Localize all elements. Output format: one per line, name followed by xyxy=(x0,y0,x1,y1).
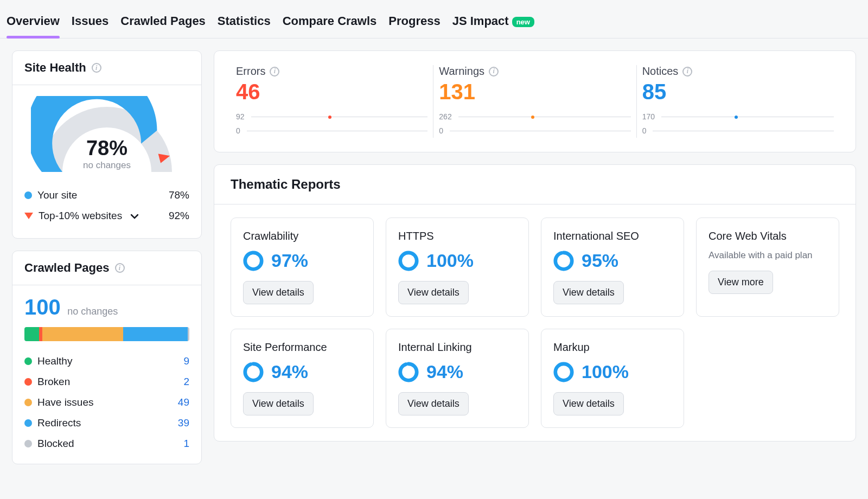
dot-icon xyxy=(24,399,32,406)
badge-new: new xyxy=(512,17,534,27)
crawled-bar xyxy=(24,327,189,341)
tab-issues[interactable]: Issues xyxy=(72,10,109,38)
svg-point-6 xyxy=(556,252,572,268)
tile-https: HTTPS 100% View details xyxy=(386,217,529,317)
bar-segment-healthy xyxy=(24,327,39,341)
tile-site-performance: Site Performance 94% View details xyxy=(231,329,374,428)
progress-ring-icon xyxy=(553,362,574,382)
status-row-have-issues[interactable]: Have issues49 xyxy=(24,392,189,413)
site-health-header: Site Health i xyxy=(12,51,201,85)
status-label: Redirects xyxy=(37,417,81,429)
status-row-blocked[interactable]: Blocked1 xyxy=(24,433,189,454)
tab-overview[interactable]: Overview xyxy=(7,10,60,38)
tabs-nav: OverviewIssuesCrawled PagesStatisticsCom… xyxy=(0,0,868,39)
crawled-status-list: Healthy9Broken2Have issues49Redirects39B… xyxy=(24,351,189,454)
crawled-pages-card: Crawled Pages i 100 no changes Healthy9B… xyxy=(12,251,202,464)
tile-title: Internal Linking xyxy=(398,341,516,354)
thematic-tiles: Crawlability 97% View detailsHTTPS 100% … xyxy=(214,204,856,441)
crawled-pages-title: Crawled Pages xyxy=(24,261,110,275)
progress-ring-icon xyxy=(398,362,419,382)
metric-sparkline: 92 0 xyxy=(236,110,427,138)
top10-value: 92% xyxy=(169,210,189,222)
dot-icon xyxy=(24,378,32,386)
site-health-title: Site Health xyxy=(24,61,86,75)
tile-markup: Markup 100% View details xyxy=(541,329,684,428)
svg-point-12 xyxy=(556,363,572,380)
legend-your-site: Your site 78% xyxy=(24,185,189,206)
progress-ring-icon xyxy=(243,362,264,382)
tab-progress[interactable]: Progress xyxy=(388,10,440,38)
status-count: 1 xyxy=(168,438,189,450)
status-count: 39 xyxy=(168,417,189,429)
site-health-gauge: 78% no changes xyxy=(12,85,201,176)
metric-title: Notices xyxy=(642,65,679,78)
view-details-button[interactable]: View details xyxy=(398,281,469,304)
tile-percent: 94% xyxy=(271,361,308,382)
tile-crawlability: Crawlability 97% View details xyxy=(231,217,374,317)
tile-core-web-vitals: Core Web Vitals Available with a paid pl… xyxy=(696,217,839,317)
tile-percent: 100% xyxy=(426,250,474,271)
spark-dot-icon xyxy=(735,116,738,119)
tile-title: Crawlability xyxy=(243,230,361,242)
status-label: Healthy xyxy=(37,355,72,367)
info-icon[interactable]: i xyxy=(92,63,101,73)
tile-title: Core Web Vitals xyxy=(709,230,827,242)
dot-icon xyxy=(24,191,32,199)
view-details-button[interactable]: View details xyxy=(553,281,624,304)
thematic-title: Thematic Reports xyxy=(214,165,856,204)
dot-icon xyxy=(24,357,32,365)
tile-internal-linking: Internal Linking 94% View details xyxy=(386,329,529,428)
crawled-pages-body: 100 no changes Healthy9Broken2Have issue… xyxy=(12,285,201,464)
metric-value: 46 xyxy=(236,80,427,104)
tab-compare-crawls[interactable]: Compare Crawls xyxy=(283,10,377,38)
legend-top10[interactable]: Top-10% websites 92% xyxy=(24,206,189,226)
status-count: 2 xyxy=(168,376,189,388)
status-row-healthy[interactable]: Healthy9 xyxy=(24,351,189,372)
progress-ring-icon xyxy=(398,251,419,271)
view-more-button[interactable]: View more xyxy=(709,271,773,294)
dashboard-layout: Site Health i 78% no changes xyxy=(0,39,868,476)
status-label: Blocked xyxy=(37,438,74,450)
metric-notices[interactable]: Noticesi 85 170 0 xyxy=(637,65,839,138)
view-details-button[interactable]: View details xyxy=(243,281,314,304)
tab-statistics[interactable]: Statistics xyxy=(218,10,271,38)
tile-percent: 94% xyxy=(426,361,463,382)
tab-js-impact[interactable]: JS Impactnew xyxy=(452,10,534,38)
top10-label: Top-10% websites xyxy=(39,210,122,222)
status-row-redirects[interactable]: Redirects39 xyxy=(24,413,189,433)
view-details-button[interactable]: View details xyxy=(398,392,469,415)
crawled-pages-header: Crawled Pages i xyxy=(12,251,201,285)
metric-sparkline: 170 0 xyxy=(642,110,834,138)
spark-dot-icon xyxy=(328,116,331,119)
info-icon[interactable]: i xyxy=(115,263,125,273)
status-row-broken[interactable]: Broken2 xyxy=(24,372,189,392)
axis-top: 170 xyxy=(642,112,655,121)
svg-point-2 xyxy=(245,252,261,268)
svg-point-8 xyxy=(245,363,261,380)
info-icon[interactable]: i xyxy=(270,67,279,76)
view-details-button[interactable]: View details xyxy=(553,392,624,415)
metric-sparkline: 262 0 xyxy=(439,110,630,138)
progress-ring-icon xyxy=(553,251,574,271)
your-site-label: Your site xyxy=(37,189,77,201)
top-metrics-card: Errorsi 46 92 0 Warningsi 131 262 0 Noti… xyxy=(214,50,856,152)
tile-title: Markup xyxy=(553,341,672,354)
tile-percent: 95% xyxy=(582,250,618,271)
crawled-total: 100 xyxy=(24,295,61,319)
metric-warnings[interactable]: Warningsi 131 262 0 xyxy=(433,65,636,138)
gauge-percent: 78% xyxy=(83,137,131,160)
spark-dot-icon xyxy=(531,116,534,119)
info-icon[interactable]: i xyxy=(489,67,499,76)
status-label: Have issues xyxy=(37,396,94,408)
tab-crawled-pages[interactable]: Crawled Pages xyxy=(120,10,206,38)
view-details-button[interactable]: View details xyxy=(243,392,314,415)
svg-point-4 xyxy=(400,252,417,268)
info-icon[interactable]: i xyxy=(682,67,692,76)
site-health-legend: Your site 78% Top-10% websites 92% xyxy=(12,176,201,238)
dot-icon xyxy=(24,440,32,447)
bar-segment-have_issues xyxy=(42,327,123,341)
chevron-down-icon xyxy=(131,210,138,222)
progress-ring-icon xyxy=(243,251,264,271)
metric-errors[interactable]: Errorsi 46 92 0 xyxy=(231,65,433,138)
axis-top: 262 xyxy=(439,112,451,121)
